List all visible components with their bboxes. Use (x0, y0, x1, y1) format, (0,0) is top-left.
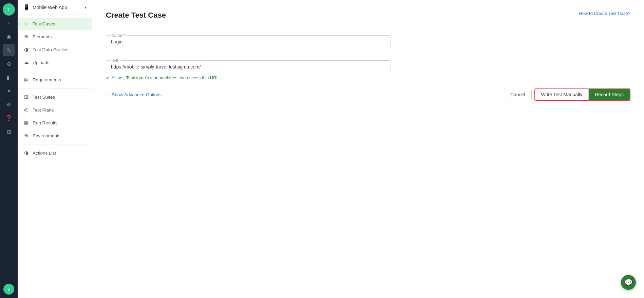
nav-icon-briefcase[interactable]: ⊕ (3, 58, 15, 70)
page-header: Create Test Case How to Create Test Case… (106, 11, 630, 20)
chat-fab-button[interactable]: 💬 (621, 275, 636, 290)
add-button[interactable]: ＋ (3, 17, 15, 29)
sidebar-item-label: Test Data Profiles (33, 47, 69, 52)
validation-text: All set, Testsigma's test machines can a… (112, 75, 219, 80)
chat-icon: 💬 (624, 278, 633, 286)
name-input[interactable] (106, 35, 391, 48)
url-validation-message: ✔ All set, Testsigma's test machines can… (106, 75, 630, 80)
name-label: Name * (110, 33, 126, 38)
user-avatar[interactable]: v (3, 284, 14, 295)
sidebar-item-test-cases[interactable]: ≡ Test Cases (18, 18, 92, 30)
test-plans-icon: ◎ (23, 107, 29, 113)
nav-icon-star[interactable]: ✦ (3, 85, 15, 97)
divider-1 (18, 71, 92, 71)
sidebar-item-label: Actions List (33, 151, 56, 156)
actions-list-icon: ◑ (23, 150, 29, 156)
record-steps-button[interactable]: Record Steps (589, 89, 630, 100)
help-link[interactable]: How to Create Test Case? (579, 11, 631, 16)
sidebar-item-label: Test Cases (33, 21, 55, 26)
sidebar-item-label: Run Results (33, 120, 58, 125)
name-field-group: Name * (106, 29, 630, 48)
url-label: URL (110, 58, 121, 63)
page-title: Create Test Case (106, 11, 166, 20)
required-marker: * (122, 33, 125, 38)
actions-right: Cancel Write Test Manually Record Steps (504, 88, 630, 101)
nav-icon-settings[interactable]: ⚙ (3, 98, 15, 111)
sidebar-item-actions-list[interactable]: ◑ Actions List (18, 146, 92, 159)
sidebar-item-uploads[interactable]: ☁ Uploads (18, 56, 92, 69)
environments-icon: ⊕ (23, 133, 29, 139)
action-buttons-highlight: Write Test Manually Record Steps (534, 88, 630, 101)
requirements-icon: ▤ (23, 77, 29, 83)
show-advanced-button[interactable]: ··· Show Advanced Options (106, 92, 162, 97)
main-content: Create Test Case How to Create Test Case… (92, 0, 644, 298)
sidebar-item-elements[interactable]: ⊕ Elements (18, 30, 92, 43)
chevron-down-icon: ▾ (84, 5, 87, 10)
write-test-manually-button[interactable]: Write Test Manually (535, 89, 589, 100)
elements-icon: ⊕ (23, 34, 29, 40)
sidebar-item-label: Requirements (33, 77, 61, 82)
test-data-icon: ◑ (23, 46, 29, 53)
sidebar-item-test-suites[interactable]: ⊞ Test Suites (18, 91, 92, 103)
nav-icon-grid[interactable]: ◧ (3, 71, 15, 83)
icon-bar: T ＋ ◉ ✎ ⊕ ◧ ✦ ⚙ ❓ ⊞ v (0, 0, 18, 298)
sidebar: 📱 Mobile Web App ▾ ≡ Test Cases ⊕ Elemen… (18, 0, 92, 298)
nav-icon-edit[interactable]: ✎ (3, 44, 15, 56)
sidebar-item-run-results[interactable]: ▦ Run Results (18, 116, 92, 129)
form-actions: ··· Show Advanced Options Cancel Write T… (106, 88, 630, 101)
sidebar-item-label: Elements (33, 34, 52, 39)
sidebar-item-label: Uploads (33, 60, 50, 65)
sidebar-item-requirements[interactable]: ▤ Requirements (18, 73, 92, 86)
sidebar-item-label: Test Plans (33, 107, 54, 113)
cancel-button[interactable]: Cancel (504, 89, 532, 100)
test-cases-icon: ≡ (23, 21, 29, 27)
app-selector[interactable]: 📱 Mobile Web App ▾ (18, 0, 92, 15)
run-results-icon: ▦ (23, 120, 29, 126)
sidebar-item-test-plans[interactable]: ◎ Test Plans (18, 103, 92, 116)
url-input[interactable] (106, 60, 391, 73)
divider-2 (18, 88, 92, 88)
test-suites-icon: ⊞ (23, 94, 29, 100)
nav-icon-box[interactable]: ⊞ (3, 125, 15, 138)
mobile-icon: 📱 (23, 4, 30, 11)
sidebar-item-environments[interactable]: ⊕ Environments (18, 129, 92, 142)
uploads-icon: ☁ (23, 59, 29, 65)
sidebar-nav: ≡ Test Cases ⊕ Elements ◑ Test Data Prof… (18, 15, 92, 298)
brand-logo[interactable]: T (3, 3, 15, 16)
app-selector-label: Mobile Web App (33, 5, 82, 10)
divider-3 (18, 144, 92, 144)
sidebar-item-label: Test Suites (33, 95, 55, 100)
sidebar-item-label: Environments (33, 133, 61, 138)
nav-icon-1[interactable]: ◉ (3, 31, 15, 43)
check-icon: ✔ (106, 75, 110, 80)
url-field-group: URL ✔ All set, Testsigma's test machines… (106, 54, 630, 80)
sidebar-item-test-data-profiles[interactable]: ◑ Test Data Profiles (18, 43, 92, 56)
nav-icon-help[interactable]: ❓ (3, 112, 15, 124)
dots-icon: ··· (106, 92, 110, 97)
